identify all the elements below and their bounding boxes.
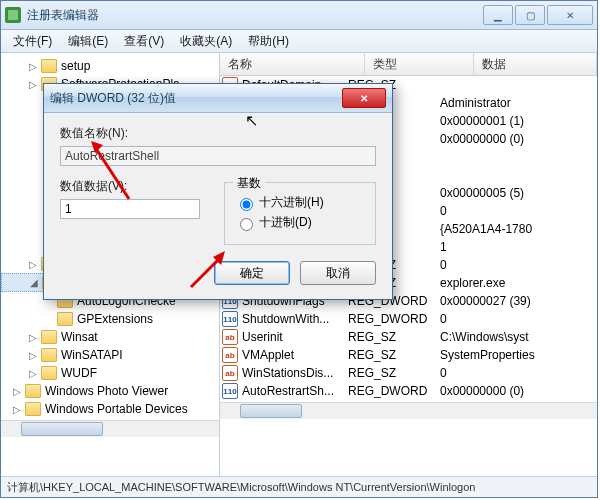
radix-hex-radio[interactable] bbox=[240, 198, 253, 211]
expand-icon[interactable]: ▷ bbox=[25, 259, 41, 270]
expand-icon[interactable]: ▷ bbox=[9, 404, 25, 415]
row-type: REG_DWORD bbox=[348, 312, 440, 326]
expand-icon[interactable]: ▷ bbox=[25, 368, 41, 379]
regedit-window: 注册表编辑器 ▁ ▢ ✕ 文件(F) 编辑(E) 查看(V) 收藏夹(A) 帮助… bbox=[0, 0, 598, 498]
row-name: Userinit bbox=[242, 330, 348, 344]
dialog-title: 编辑 DWORD (32 位)值 bbox=[50, 90, 342, 107]
tree-label: WUDF bbox=[61, 366, 97, 380]
folder-icon bbox=[25, 384, 41, 398]
menu-file[interactable]: 文件(F) bbox=[5, 33, 60, 50]
folder-icon bbox=[41, 59, 57, 73]
tree-item[interactable]: ▷WUDF bbox=[1, 364, 219, 382]
menu-edit[interactable]: 编辑(E) bbox=[60, 33, 116, 50]
tree-item[interactable]: ▷Windows Portable Devices bbox=[1, 400, 219, 418]
value-data-label: 数值数据(V): bbox=[60, 178, 200, 195]
list-row[interactable]: abVMAppletREG_SZSystemProperties bbox=[220, 346, 597, 364]
row-name: WinStationsDis... bbox=[242, 366, 348, 380]
row-name: ShutdownWith... bbox=[242, 312, 348, 326]
expand-icon[interactable]: ◢ bbox=[26, 277, 42, 288]
value-data-field[interactable] bbox=[60, 199, 200, 219]
list-hscroll[interactable] bbox=[220, 402, 597, 419]
radix-dec[interactable]: 十进制(D) bbox=[235, 214, 365, 231]
expand-icon[interactable]: ▷ bbox=[9, 386, 25, 397]
value-name-label: 数值名称(N): bbox=[60, 125, 376, 142]
tree-item[interactable]: GPExtensions bbox=[1, 310, 219, 328]
menu-favorites[interactable]: 收藏夹(A) bbox=[172, 33, 240, 50]
folder-icon bbox=[41, 366, 57, 380]
col-type[interactable]: 类型 bbox=[365, 53, 474, 75]
row-data: 0 bbox=[440, 258, 597, 272]
row-data: SystemProperties bbox=[440, 348, 597, 362]
tree-hscroll[interactable] bbox=[1, 420, 219, 437]
dword-icon: 110 bbox=[222, 383, 238, 399]
row-type: REG_DWORD bbox=[348, 384, 440, 398]
ok-button[interactable]: 确定 bbox=[214, 261, 290, 285]
folder-icon bbox=[25, 402, 41, 416]
tree-item[interactable]: ▷Winsat bbox=[1, 328, 219, 346]
row-data: 0x00000027 (39) bbox=[440, 294, 597, 308]
row-type: REG_SZ bbox=[348, 366, 440, 380]
dialog-close-button[interactable]: ✕ bbox=[342, 88, 386, 108]
radix-dec-radio[interactable] bbox=[240, 218, 253, 231]
expand-icon[interactable]: ▷ bbox=[25, 332, 41, 343]
minimize-button[interactable]: ▁ bbox=[483, 5, 513, 25]
statusbar: 计算机\HKEY_LOCAL_MACHINE\SOFTWARE\Microsof… bbox=[1, 476, 597, 497]
tree-item[interactable]: ▷setup bbox=[1, 57, 219, 75]
dialog-titlebar[interactable]: 编辑 DWORD (32 位)值 ✕ bbox=[44, 84, 392, 113]
row-data: 0x00000000 (0) bbox=[440, 132, 597, 146]
cancel-button[interactable]: 取消 bbox=[300, 261, 376, 285]
value-name-field bbox=[60, 146, 376, 166]
string-icon: ab bbox=[222, 347, 238, 363]
tree-label: Windows Portable Devices bbox=[45, 402, 188, 416]
tree-label: GPExtensions bbox=[77, 312, 153, 326]
edit-dword-dialog: 编辑 DWORD (32 位)值 ✕ 数值名称(N): 数值数据(V): 基数 … bbox=[43, 83, 393, 300]
list-row[interactable]: 110ShutdownWith...REG_DWORD0 bbox=[220, 310, 597, 328]
expand-icon[interactable]: ▷ bbox=[25, 350, 41, 361]
row-data: {A520A1A4-1780 bbox=[440, 222, 597, 236]
folder-icon bbox=[57, 312, 73, 326]
row-data: 0x00000001 (1) bbox=[440, 114, 597, 128]
titlebar[interactable]: 注册表编辑器 ▁ ▢ ✕ bbox=[1, 1, 597, 30]
row-data: 0x00000005 (5) bbox=[440, 186, 597, 200]
row-type: REG_SZ bbox=[348, 348, 440, 362]
maximize-button[interactable]: ▢ bbox=[515, 5, 545, 25]
row-name: AutoRestrartSh... bbox=[242, 384, 348, 398]
tree-item[interactable]: ▷WinSATAPI bbox=[1, 346, 219, 364]
radix-legend: 基数 bbox=[233, 175, 265, 192]
row-data: 0 bbox=[440, 366, 597, 380]
app-icon bbox=[5, 7, 21, 23]
expand-icon[interactable]: ▷ bbox=[25, 79, 41, 90]
expand-icon[interactable]: ▷ bbox=[25, 61, 41, 72]
row-data: explorer.exe bbox=[440, 276, 597, 290]
window-title: 注册表编辑器 bbox=[27, 7, 481, 24]
radix-hex[interactable]: 十六进制(H) bbox=[235, 194, 365, 211]
row-type: REG_SZ bbox=[348, 330, 440, 344]
row-data: C:\Windows\syst bbox=[440, 330, 597, 344]
status-path: 计算机\HKEY_LOCAL_MACHINE\SOFTWARE\Microsof… bbox=[7, 480, 475, 495]
tree-label: setup bbox=[61, 59, 90, 73]
menu-view[interactable]: 查看(V) bbox=[116, 33, 172, 50]
row-data: 0 bbox=[440, 204, 597, 218]
string-icon: ab bbox=[222, 329, 238, 345]
menubar: 文件(F) 编辑(E) 查看(V) 收藏夹(A) 帮助(H) bbox=[1, 30, 597, 53]
dword-icon: 110 bbox=[222, 311, 238, 327]
list-row[interactable]: abWinStationsDis...REG_SZ0 bbox=[220, 364, 597, 382]
row-name: VMApplet bbox=[242, 348, 348, 362]
list-header[interactable]: 名称 类型 数据 bbox=[220, 53, 597, 76]
row-data: Administrator bbox=[440, 96, 597, 110]
folder-icon bbox=[41, 330, 57, 344]
radix-group: 基数 十六进制(H) 十进制(D) bbox=[224, 182, 376, 245]
col-data[interactable]: 数据 bbox=[474, 53, 597, 75]
list-row[interactable]: abUserinitREG_SZC:\Windows\syst bbox=[220, 328, 597, 346]
row-data: 0x00000000 (0) bbox=[440, 384, 597, 398]
menu-help[interactable]: 帮助(H) bbox=[240, 33, 297, 50]
tree-label: Windows Photo Viewer bbox=[45, 384, 168, 398]
tree-item[interactable]: ▷Windows Photo Viewer bbox=[1, 382, 219, 400]
col-name[interactable]: 名称 bbox=[220, 53, 365, 75]
tree-label: WinSATAPI bbox=[61, 348, 123, 362]
tree-label: Winsat bbox=[61, 330, 98, 344]
close-button[interactable]: ✕ bbox=[547, 5, 593, 25]
list-row[interactable]: 110AutoRestrartSh...REG_DWORD0x00000000 … bbox=[220, 382, 597, 400]
row-data: 1 bbox=[440, 240, 597, 254]
row-data: 0 bbox=[440, 312, 597, 326]
